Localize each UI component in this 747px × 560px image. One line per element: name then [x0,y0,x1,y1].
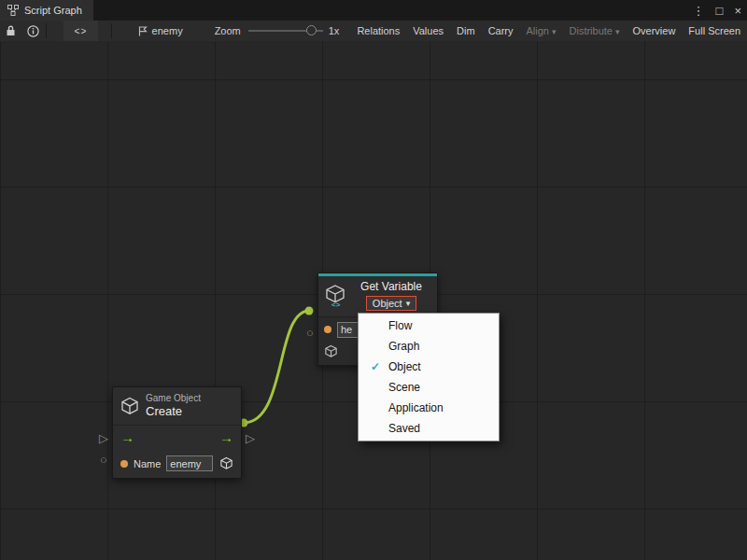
variable-scope-menu: ✓ Flow ✓ Graph ✓ Object ✓ Scene ✓ Applic… [358,313,500,441]
chevron-down-icon: ▾ [406,299,411,308]
chevron-down-icon: ▾ [615,27,620,36]
menu-item-flow[interactable]: ✓ Flow [359,315,499,336]
toolbar-divider [111,23,112,38]
graph-variable-name: enemy [152,25,183,36]
distribute-button[interactable]: Distribute ▾ [563,21,627,41]
overview-button[interactable]: Overview [627,21,683,41]
info-icon [27,25,39,37]
menu-item-scene[interactable]: ✓ Scene [359,377,499,398]
menu-item-label: Object [388,360,421,373]
window-controls: ⋮ □ × [693,0,741,21]
variable-flag-icon [138,26,148,36]
distribute-button-label: Distribute [570,25,613,36]
align-button-label: Align [527,25,549,36]
node-title: Create [146,404,201,419]
menu-item-label: Scene [388,381,420,394]
node-gameobject-create[interactable]: Game Object Create → → Name ▷ ○ ▷ [112,386,242,479]
relations-button[interactable]: Relations [350,21,406,41]
value-port-dot [120,460,128,468]
variable-cube-icon: <> [324,284,346,308]
fullscreen-button[interactable]: Full Screen [682,21,747,41]
carry-button-label: Carry [488,25,514,36]
flow-out-arrow-icon[interactable]: → [219,430,233,444]
variable-scope-value: Object [373,298,402,309]
window-menu-icon[interactable]: ⋮ [693,5,705,17]
check-icon: ✓ [369,360,382,373]
value-port-dot [324,326,331,333]
name-input[interactable] [166,455,213,471]
zoom-slider-knob[interactable] [306,25,317,35]
window-tab-bar: Script Graph ⋮ □ × [0,0,747,21]
menu-item-label: Application [388,401,444,414]
dim-button[interactable]: Dim [450,21,482,41]
toolbar-divider [46,23,47,38]
overview-button-label: Overview [633,25,676,36]
variable-scope-dropdown[interactable]: Object ▾ [366,296,416,311]
menu-item-saved[interactable]: ✓ Saved [359,418,499,439]
flow-in-arrow-icon[interactable]: → [120,430,134,444]
input-port-circle-icon[interactable]: ○ [303,327,317,339]
graph-variable-chip[interactable]: enemy [138,25,183,36]
fullscreen-button-label: Full Screen [688,25,740,36]
zoom-slider[interactable] [248,21,323,41]
tab-script-graph[interactable]: Script Graph [0,0,93,21]
flow-out-port-triangle-icon[interactable]: ▷ [244,432,257,444]
menu-item-application[interactable]: ✓ Application [359,398,499,418]
param-label: Name [134,458,161,469]
menu-item-object[interactable]: ✓ Object [359,357,499,377]
values-button[interactable]: Values [406,21,450,41]
zoom-label: Zoom [215,25,241,36]
menu-item-label: Flow [388,319,412,332]
chevron-down-icon: ▾ [552,27,557,36]
tab-title: Script Graph [24,5,82,16]
menu-item-label: Graph [388,340,419,353]
input-port-circle-icon[interactable]: ○ [97,454,110,466]
gameobject-cube-icon [120,397,139,415]
menu-item-graph[interactable]: ✓ Graph [359,336,499,357]
flow-row: → → [113,425,241,450]
values-button-label: Values [413,25,444,36]
relations-button-label: Relations [357,25,400,36]
flow-in-port-triangle-icon[interactable]: ▷ [97,432,110,444]
graph-toolbar: <> enemy Zoom 1x Relations Values Dim Ca… [0,21,747,42]
node-category: Game Object [146,393,201,404]
maximize-icon[interactable]: □ [716,5,724,17]
zoom-value: 1x [329,25,340,36]
gameobject-output-cube-icon[interactable] [219,456,233,470]
svg-text:<>: <> [331,301,341,308]
gameobject-cube-icon [324,344,338,358]
graph-canvas[interactable]: <> Get Variable Object ▾ [0,41,747,560]
dim-button-label: Dim [457,25,475,36]
name-param-row: Name [113,450,241,478]
lock-button[interactable] [0,21,22,41]
info-button[interactable] [22,21,45,41]
menu-item-label: Saved [388,422,420,435]
align-button[interactable]: Align ▾ [520,21,563,41]
node-title: Get Variable [360,280,422,293]
script-graph-icon [7,5,19,16]
lock-icon [6,25,16,36]
wire-endpoint-in [305,307,314,315]
close-icon[interactable]: × [734,5,741,17]
carry-button[interactable]: Carry [482,21,520,41]
code-view-button[interactable]: <> [63,21,97,41]
